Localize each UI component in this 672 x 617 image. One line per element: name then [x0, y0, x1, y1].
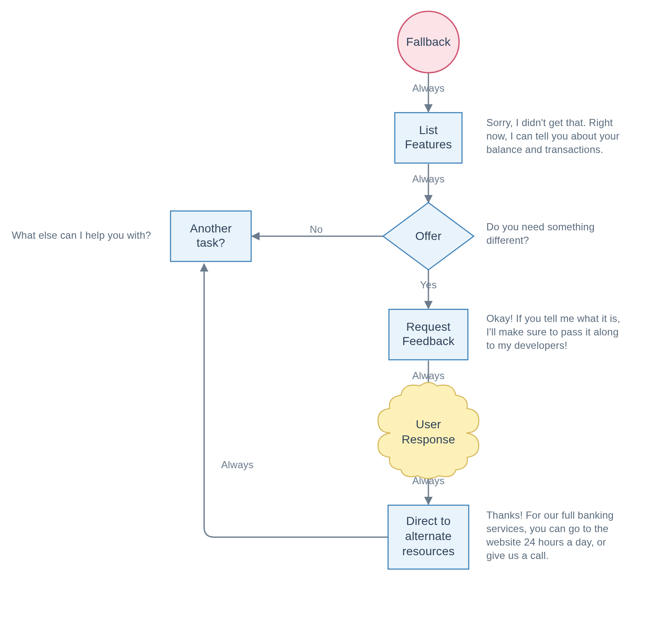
node-offer: Offer: [383, 203, 474, 270]
svg-text:Feedback: Feedback: [402, 335, 455, 348]
svg-text:Do you need something: Do you need something: [486, 221, 595, 232]
svg-text:Thanks! For our full banking: Thanks! For our full banking: [486, 509, 614, 521]
note-direct: Thanks! For our full banking services, y…: [486, 509, 614, 561]
edge-fallback-to-list: Always: [412, 73, 444, 112]
svg-text:Always: Always: [412, 173, 444, 185]
svg-text:Offer: Offer: [415, 229, 442, 243]
svg-text:to my developers!: to my developers!: [486, 340, 567, 351]
svg-text:Request: Request: [406, 320, 451, 333]
svg-text:Always: Always: [412, 82, 444, 94]
svg-text:Another: Another: [190, 222, 231, 235]
node-user-response: User Response: [378, 382, 479, 479]
flowchart-canvas: Always Always No Yes Always Always Alway…: [0, 0, 672, 617]
note-another-task: What else can I help you with?: [12, 229, 151, 241]
svg-text:List: List: [419, 124, 438, 137]
svg-text:services, you can go to the: services, you can go to the: [486, 523, 609, 534]
svg-text:What else can I help you with?: What else can I help you with?: [12, 229, 151, 241]
svg-text:Features: Features: [405, 138, 452, 151]
node-fallback: Fallback: [398, 11, 459, 73]
svg-text:different?: different?: [486, 235, 529, 246]
svg-text:now, I can tell you about your: now, I can tell you about your: [486, 130, 620, 142]
svg-text:Always: Always: [412, 370, 444, 381]
svg-text:No: No: [310, 224, 323, 235]
node-list-features: List Features: [395, 113, 462, 163]
note-request-feedback: Okay! If you tell me what it is, I'll ma…: [486, 313, 620, 351]
svg-text:Yes: Yes: [420, 279, 437, 290]
svg-text:website 24 hours a day, or: website 24 hours a day, or: [486, 536, 606, 548]
svg-text:give us a call.: give us a call.: [486, 550, 549, 561]
svg-text:User: User: [416, 418, 441, 431]
svg-text:Okay! If you tell me what it i: Okay! If you tell me what it is,: [486, 313, 620, 324]
node-another-task: Another task?: [171, 211, 251, 261]
svg-text:resources: resources: [402, 545, 455, 558]
svg-text:Always: Always: [221, 459, 253, 470]
svg-text:alternate: alternate: [405, 530, 452, 543]
svg-text:Sorry, I didn't get that. Righ: Sorry, I didn't get that. Right: [486, 117, 613, 128]
svg-text:I'll make sure to pass it alon: I'll make sure to pass it along: [486, 326, 619, 338]
edge-direct-to-another: Always: [204, 264, 388, 537]
svg-text:Direct to: Direct to: [406, 514, 451, 527]
node-direct-alternate: Direct to alternate resources: [388, 505, 469, 569]
svg-text:Fallback: Fallback: [406, 35, 451, 48]
edge-list-to-offer: Always: [412, 164, 444, 203]
svg-text:Response: Response: [402, 433, 455, 446]
svg-text:task?: task?: [197, 236, 225, 249]
note-list-features: Sorry, I didn't get that. Right now, I c…: [486, 117, 620, 155]
node-request-feedback: Request Feedback: [389, 309, 468, 360]
edge-offer-no: No: [252, 224, 383, 236]
svg-text:balance and transactions.: balance and transactions.: [486, 144, 604, 155]
edge-offer-yes: Yes: [420, 270, 437, 308]
note-offer: Do you need something different?: [486, 221, 595, 246]
